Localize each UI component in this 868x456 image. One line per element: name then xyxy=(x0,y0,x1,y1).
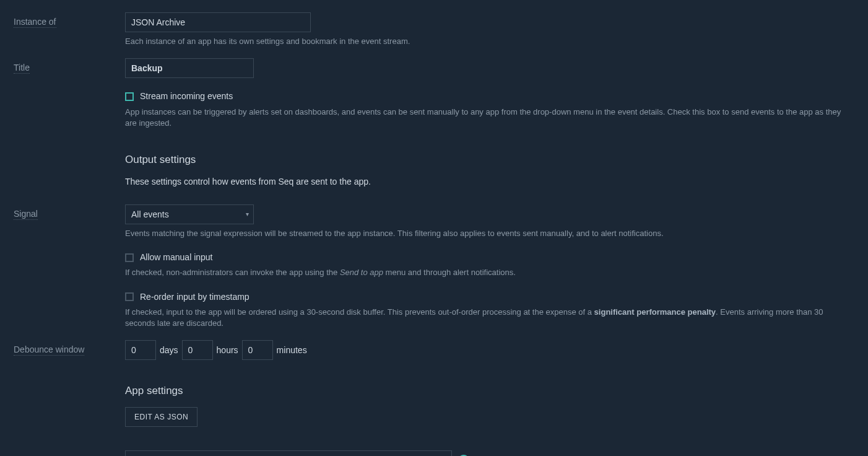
allow-manual-help: If checked, non-administrators can invok… xyxy=(125,267,854,278)
allow-manual-label: Allow manual input xyxy=(140,252,213,264)
file-set-label: File set xyxy=(14,450,125,456)
signal-label: Signal xyxy=(14,204,125,221)
instance-of-help: Each instance of an app has its own sett… xyxy=(125,36,854,47)
instance-of-input[interactable] xyxy=(125,12,311,32)
debounce-label: Debounce window xyxy=(14,340,125,356)
debounce-minutes-input[interactable] xyxy=(242,340,273,360)
debounce-minutes-label: minutes xyxy=(277,344,307,357)
debounce-hours-label: hours xyxy=(217,344,238,357)
allow-manual-checkbox[interactable] xyxy=(125,253,134,262)
debounce-hours-input[interactable] xyxy=(182,340,213,360)
instance-of-label: Instance of xyxy=(14,12,125,28)
debounce-days-label: days xyxy=(160,344,178,357)
output-settings-heading: Output settings xyxy=(125,152,854,167)
edit-as-json-button[interactable]: EDIT AS JSON xyxy=(125,407,197,427)
reorder-checkbox[interactable] xyxy=(125,292,134,301)
reorder-label: Re-order input by timestamp xyxy=(140,291,250,304)
reorder-help: If checked, input to the app will be ord… xyxy=(125,307,854,329)
stream-events-checkbox[interactable] xyxy=(125,92,134,101)
title-label: Title xyxy=(14,58,125,74)
title-input[interactable] xyxy=(125,58,254,78)
stream-events-label: Stream incoming events xyxy=(140,90,233,103)
output-settings-desc: These settings control how events from S… xyxy=(125,176,854,188)
stream-events-help: App instances can be triggered by alerts… xyxy=(125,107,854,129)
debounce-days-input[interactable] xyxy=(125,340,156,360)
signal-select[interactable]: All events xyxy=(125,204,254,224)
file-set-input[interactable] xyxy=(125,450,452,456)
signal-help: Events matching the signal expression wi… xyxy=(125,228,854,239)
app-settings-heading: App settings xyxy=(125,384,854,398)
